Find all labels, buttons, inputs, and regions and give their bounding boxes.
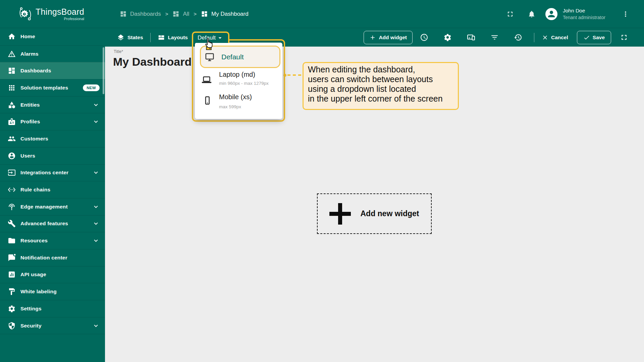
notifications-bell-icon xyxy=(528,10,536,18)
sidebar-item-profiles[interactable]: Profiles xyxy=(0,113,105,130)
layout-option-mobile[interactable]: Mobile (xs) xyxy=(219,93,252,101)
close-icon xyxy=(542,34,548,41)
save-label: Save xyxy=(593,35,605,41)
sidebar-end-divider xyxy=(0,334,105,334)
chevron-down-icon xyxy=(92,169,100,176)
layout-dropdown-panel: Default Laptop (md) min 960px - max 1279… xyxy=(195,43,282,119)
sidebar-item-label: Solution templates xyxy=(20,85,68,91)
chevron-down-icon xyxy=(92,118,100,125)
sidebar-item-entities[interactable]: Entities xyxy=(0,96,105,113)
layout-option-label: Default xyxy=(221,53,244,61)
sidebar-item-notification-center[interactable]: Notification center xyxy=(0,249,105,266)
dashboard-toolbar: States Layouts Add widget xyxy=(105,28,644,47)
version-history-icon xyxy=(514,33,522,42)
breadcrumb-label: My Dashboard xyxy=(211,11,249,17)
callout-connector-dot xyxy=(283,74,286,77)
shield-icon xyxy=(8,322,16,330)
logo-subtitle: Professional xyxy=(36,17,84,21)
people-icon xyxy=(8,135,16,143)
toolbar-divider xyxy=(534,33,534,42)
manage-layouts-icon xyxy=(467,33,475,42)
breadcrumb-separator: > xyxy=(194,11,197,17)
filter-button[interactable] xyxy=(487,30,502,45)
sidebar-item-solution-templates[interactable]: Solution templates NEW xyxy=(0,79,105,96)
sidebar-item-settings[interactable]: Settings xyxy=(0,300,105,317)
sidebar-item-label: Resources xyxy=(20,238,48,244)
user-role: Tenant administrator xyxy=(563,14,616,21)
more-menu-button[interactable] xyxy=(621,9,631,19)
chevron-down-icon xyxy=(92,220,100,227)
apps-grid-icon xyxy=(8,84,16,92)
save-button[interactable]: Save xyxy=(577,31,611,44)
version-history-button[interactable] xyxy=(511,30,526,45)
sidebar-item-label: Advanced features xyxy=(20,221,68,227)
sidebar-item-label: Alarms xyxy=(20,51,39,57)
sidebar-item-label: Security xyxy=(20,323,42,329)
sidebar-item-dashboards[interactable]: Dashboards xyxy=(0,62,105,79)
toolbar-divider xyxy=(150,33,151,42)
user-name: John Doe xyxy=(563,7,616,14)
notifications-button[interactable] xyxy=(527,9,537,19)
sidebar-item-alarms[interactable]: Alarms xyxy=(0,45,105,62)
ethernet-icon xyxy=(8,186,16,194)
avatar[interactable] xyxy=(545,8,557,20)
breadcrumb-label: All xyxy=(183,11,189,17)
sidebar-nav: Home Alarms Dashboards Solution template… xyxy=(0,28,105,362)
sidebar-item-label: Settings xyxy=(20,306,42,312)
layouts-button[interactable]: Layouts xyxy=(158,34,188,41)
add-new-widget-zone[interactable]: Add new widget xyxy=(317,193,432,234)
sidebar-item-label: Entities xyxy=(20,102,40,108)
sidebar-item-resources[interactable]: Resources xyxy=(0,232,105,249)
top-header: ThingsBoard Professional Dashboards > Al… xyxy=(0,0,644,28)
wifi-tethering-icon xyxy=(8,203,16,211)
add-widget-button[interactable]: Add widget xyxy=(364,31,413,44)
sidebar-item-label: Integrations center xyxy=(20,170,68,176)
layout-option-laptop-range: min 960px - max 1279px xyxy=(219,81,269,86)
sidebar-item-customers[interactable]: Customers xyxy=(0,130,105,147)
more-vert-icon xyxy=(622,10,630,18)
sidebar-item-users[interactable]: Users xyxy=(0,147,105,164)
laptop-icon xyxy=(202,75,212,85)
states-button[interactable]: States xyxy=(117,34,143,41)
sidebar-item-label: White labeling xyxy=(20,289,57,295)
breadcrumb-separator: > xyxy=(165,11,168,17)
header-actions: John Doe Tenant administrator xyxy=(505,7,631,21)
cancel-button[interactable]: Cancel xyxy=(538,34,572,41)
analytics-icon xyxy=(8,270,16,279)
sidebar-item-rule-chains[interactable]: Rule chains xyxy=(0,181,105,198)
warning-icon xyxy=(8,50,16,58)
dashboard-icon xyxy=(172,10,179,17)
user-info[interactable]: John Doe Tenant administrator xyxy=(563,7,616,21)
dashboard-title-input[interactable]: My Dashboard xyxy=(113,55,192,68)
breadcrumb-all[interactable]: All xyxy=(172,10,189,17)
fullscreen-button[interactable] xyxy=(505,9,515,19)
sidebar-item-label: Dashboards xyxy=(20,68,51,74)
sidebar-item-label: Rule chains xyxy=(20,187,50,193)
add-widget-label: Add widget xyxy=(379,35,407,41)
plus-icon xyxy=(329,203,351,225)
breadcrumb-dashboards[interactable]: Dashboards xyxy=(120,10,161,17)
sidebar-item-label: Home xyxy=(20,34,35,40)
input-icon xyxy=(8,169,16,177)
settings-gear-icon xyxy=(443,33,452,42)
gear-icon xyxy=(8,305,16,313)
callout-connector-line xyxy=(287,74,303,76)
sidebar-item-api-usage[interactable]: API usage xyxy=(0,266,105,283)
breadcrumb-my-dashboard[interactable]: My Dashboard xyxy=(201,10,249,17)
sidebar-item-integrations-center[interactable]: Integrations center xyxy=(0,164,105,181)
dashboard-settings-button[interactable] xyxy=(440,30,455,45)
sidebar-item-home[interactable]: Home xyxy=(0,28,105,45)
dropdown-caret-icon xyxy=(216,34,224,42)
sidebar-scrollbar[interactable] xyxy=(103,47,104,94)
sidebar-item-security[interactable]: Security xyxy=(0,317,105,334)
toolbar-fullscreen-button[interactable] xyxy=(616,30,631,45)
manage-layouts-button[interactable] xyxy=(464,30,479,45)
time-window-button[interactable] xyxy=(417,30,432,45)
sidebar-item-edge-management[interactable]: Edge management xyxy=(0,198,105,215)
account-circle-icon xyxy=(8,152,16,160)
sidebar-item-white-labeling[interactable]: White labeling xyxy=(0,283,105,300)
chat-notification-icon xyxy=(8,254,16,262)
new-badge: NEW xyxy=(83,84,100,91)
sidebar-item-advanced-features[interactable]: Advanced features xyxy=(0,215,105,232)
layout-option-laptop[interactable]: Laptop (md) xyxy=(219,71,255,78)
